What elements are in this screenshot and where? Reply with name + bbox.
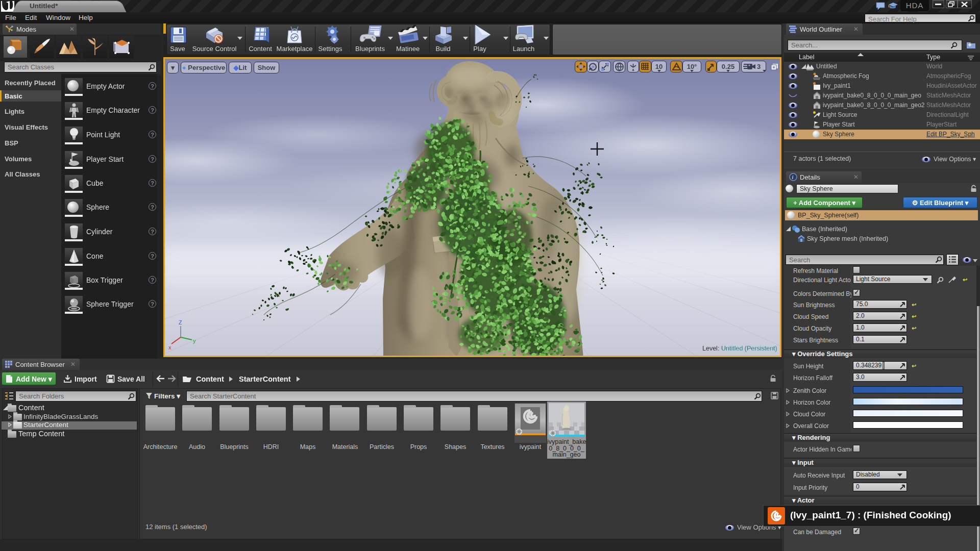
svg-text:Z: Z [179,319,182,325]
svg-text:i: i [792,174,794,180]
svg-text:x: x [168,344,172,350]
svg-text:y: y [193,338,196,344]
svg-text:Untitled (Persistent): Untitled (Persistent) [721,345,777,352]
svg-text:Level:: Level: [702,345,719,352]
